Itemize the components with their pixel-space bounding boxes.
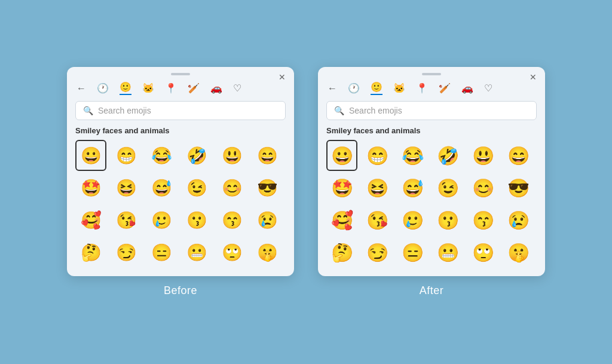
emoji-cell[interactable]: 😏 (362, 237, 393, 268)
before-nav-bar: ← 🕐 🙂 🐱 📍 🏏 🚗 ♡ (67, 78, 294, 99)
emoji-cell[interactable]: 😎 (252, 172, 283, 203)
emoji-cell[interactable]: 😂 (397, 140, 428, 171)
animal-icon[interactable]: 🐱 (142, 82, 154, 94)
after-search-bar[interactable]: 🔍 Search emojis (326, 101, 537, 120)
emoji-cell[interactable]: 😀 (75, 140, 106, 171)
emoji-cell[interactable]: 😏 (111, 237, 142, 268)
emoji-cell[interactable]: 😊 (467, 172, 498, 203)
emoji-cell[interactable]: 🤫 (503, 237, 534, 268)
emoji-cell[interactable]: 🙄 (467, 237, 498, 268)
emoji-cell[interactable]: 🤩 (75, 172, 106, 203)
emoji-cell[interactable]: 😙 (467, 204, 498, 235)
animal-icon[interactable]: 🐱 (393, 82, 405, 94)
emoji-cell[interactable]: 🥰 (326, 204, 357, 235)
emoji-cell[interactable]: 😎 (503, 172, 534, 203)
emoji-cell[interactable]: 🤣 (432, 140, 463, 171)
before-search-bar[interactable]: 🔍 Search emojis (75, 101, 286, 120)
close-button[interactable]: ✕ (530, 73, 537, 81)
emoji-cell[interactable]: 😁 (362, 140, 393, 171)
smiley-icon[interactable]: 🙂 (371, 81, 382, 95)
emoji-cell[interactable]: 😀 (326, 140, 357, 171)
recent-icon[interactable]: 🕐 (97, 82, 109, 94)
emoji-cell[interactable]: 😬 (432, 237, 463, 268)
emoji-cell[interactable]: 😄 (503, 140, 534, 171)
search-placeholder-text: Search emojis (349, 106, 402, 115)
search-icon: 🔍 (83, 106, 93, 115)
drag-handle (171, 73, 190, 75)
search-placeholder-text: Search emojis (98, 106, 151, 115)
emoji-cell[interactable]: 😆 (362, 172, 393, 203)
emoji-cell[interactable]: 🙄 (216, 237, 247, 268)
emoji-cell[interactable]: 😉 (181, 172, 212, 203)
emoji-cell[interactable]: 😢 (252, 204, 283, 235)
emoji-cell[interactable]: 😬 (181, 237, 212, 268)
emoji-cell[interactable]: 😙 (216, 204, 247, 235)
emoji-cell[interactable]: 🥰 (75, 204, 106, 235)
emoji-cell[interactable]: 🤣 (181, 140, 212, 171)
emoji-cell[interactable]: 😑 (397, 237, 428, 268)
recent-icon[interactable]: 🕐 (348, 82, 360, 94)
emoji-cell[interactable]: 🥲 (397, 204, 428, 235)
search-icon: 🔍 (334, 106, 344, 115)
emoji-cell[interactable]: 😃 (216, 140, 247, 171)
travel-icon[interactable]: 🚗 (461, 82, 473, 94)
emoji-cell[interactable]: 😗 (181, 204, 212, 235)
emoji-cell[interactable]: 😗 (432, 204, 463, 235)
after-panel: ✕ ← 🕐 🙂 🐱 📍 🏏 🚗 ♡ 🔍 Search emojis Smiley… (318, 67, 545, 276)
heart-icon[interactable]: ♡ (233, 82, 241, 94)
close-button[interactable]: ✕ (279, 73, 286, 81)
emoji-cell[interactable]: 😅 (146, 172, 177, 203)
place-icon[interactable]: 📍 (416, 82, 428, 94)
before-wrapper: ✕ ← 🕐 🙂 🐱 📍 🏏 🚗 ♡ 🔍 Search emojis Smiley… (67, 67, 294, 297)
activity-icon[interactable]: 🏏 (188, 82, 200, 94)
drag-handle (422, 73, 441, 75)
emoji-cell[interactable]: 😘 (362, 204, 393, 235)
before-section-title: Smiley faces and animals (67, 126, 294, 140)
emoji-cell[interactable]: 😉 (432, 172, 463, 203)
emoji-cell[interactable]: 😢 (503, 204, 534, 235)
before-title-bar: ✕ (67, 67, 294, 78)
after-label: After (420, 285, 444, 297)
emoji-cell[interactable]: 🤔 (75, 237, 106, 268)
emoji-cell[interactable]: 😆 (111, 172, 142, 203)
before-label: Before (164, 285, 197, 297)
before-emoji-grid: 😀😁😂🤣😃😄🤩😆😅😉😊😎🥰😘🥲😗😙😢🤔😏😑😬🙄🤫 (67, 140, 294, 276)
heart-icon[interactable]: ♡ (484, 82, 492, 94)
after-emoji-grid: 😀😁😂🤣😃😄🤩😆😅😉😊😎🥰😘🥲😗😙😢🤔😏😑😬🙄🤫 (318, 140, 545, 276)
emoji-cell[interactable]: 😑 (146, 237, 177, 268)
emoji-cell[interactable]: 😅 (397, 172, 428, 203)
activity-icon[interactable]: 🏏 (439, 82, 451, 94)
after-wrapper: ✕ ← 🕐 🙂 🐱 📍 🏏 🚗 ♡ 🔍 Search emojis Smiley… (318, 67, 545, 297)
emoji-cell[interactable]: 😊 (216, 172, 247, 203)
emoji-cell[interactable]: 😁 (111, 140, 142, 171)
emoji-cell[interactable]: 🤔 (326, 237, 357, 268)
emoji-cell[interactable]: 😄 (252, 140, 283, 171)
place-icon[interactable]: 📍 (165, 82, 177, 94)
after-section-title: Smiley faces and animals (318, 126, 545, 140)
before-panel: ✕ ← 🕐 🙂 🐱 📍 🏏 🚗 ♡ 🔍 Search emojis Smiley… (67, 67, 294, 276)
back-icon[interactable]: ← (76, 83, 86, 94)
travel-icon[interactable]: 🚗 (210, 82, 222, 94)
emoji-cell[interactable]: 🥲 (146, 204, 177, 235)
emoji-cell[interactable]: 😘 (111, 204, 142, 235)
emoji-cell[interactable]: 🤫 (252, 237, 283, 268)
back-icon[interactable]: ← (328, 83, 337, 94)
after-title-bar: ✕ (318, 67, 545, 78)
emoji-cell[interactable]: 😃 (467, 140, 498, 171)
after-nav-bar: ← 🕐 🙂 🐱 📍 🏏 🚗 ♡ (318, 78, 545, 99)
emoji-cell[interactable]: 🤩 (326, 172, 357, 203)
smiley-icon[interactable]: 🙂 (120, 81, 131, 95)
emoji-cell[interactable]: 😂 (146, 140, 177, 171)
